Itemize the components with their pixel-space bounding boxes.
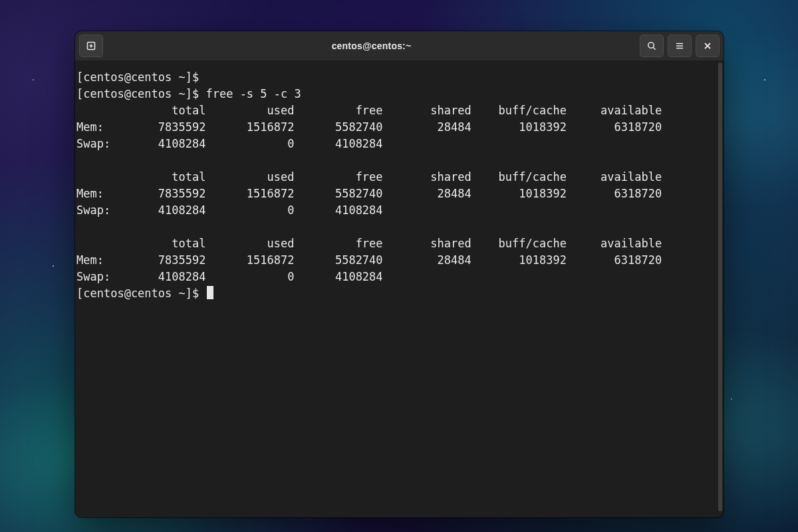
- new-tab-icon: [86, 41, 96, 51]
- close-button[interactable]: [696, 35, 720, 57]
- menu-button[interactable]: [668, 35, 692, 57]
- terminal-cursor: [207, 286, 213, 299]
- svg-line-4: [653, 47, 655, 49]
- hamburger-icon: [674, 41, 685, 51]
- terminal-window: centos@centos:~: [75, 31, 724, 517]
- titlebar: centos@centos:~: [75, 31, 724, 61]
- new-tab-button[interactable]: [79, 35, 103, 57]
- search-icon: [646, 41, 657, 51]
- close-icon: [703, 41, 712, 51]
- svg-point-3: [648, 43, 654, 48]
- terminal-output[interactable]: [centos@centos ~]$ [centos@centos ~]$ fr…: [75, 61, 717, 517]
- scrollbar[interactable]: [717, 61, 724, 517]
- search-button[interactable]: [640, 35, 664, 57]
- scrollbar-thumb[interactable]: [718, 63, 722, 511]
- window-title: centos@centos:~: [107, 41, 636, 51]
